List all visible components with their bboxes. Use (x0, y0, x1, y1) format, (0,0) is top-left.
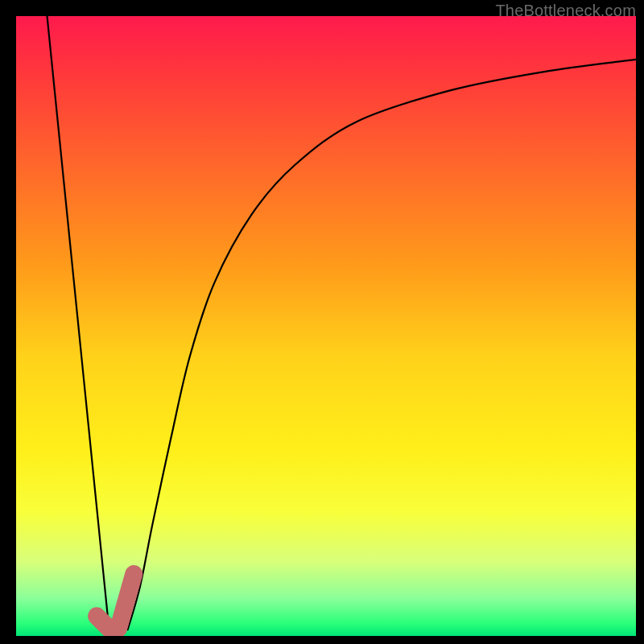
bottleneck-left-line (47, 16, 109, 630)
bottleneck-right-curve (128, 60, 636, 630)
chart-frame: TheBottleneck.com (0, 0, 644, 644)
watermark-text: TheBottleneck.com (495, 2, 636, 20)
checkmark-icon (97, 574, 134, 629)
curve-layer (16, 16, 636, 636)
plot-area (16, 16, 636, 636)
